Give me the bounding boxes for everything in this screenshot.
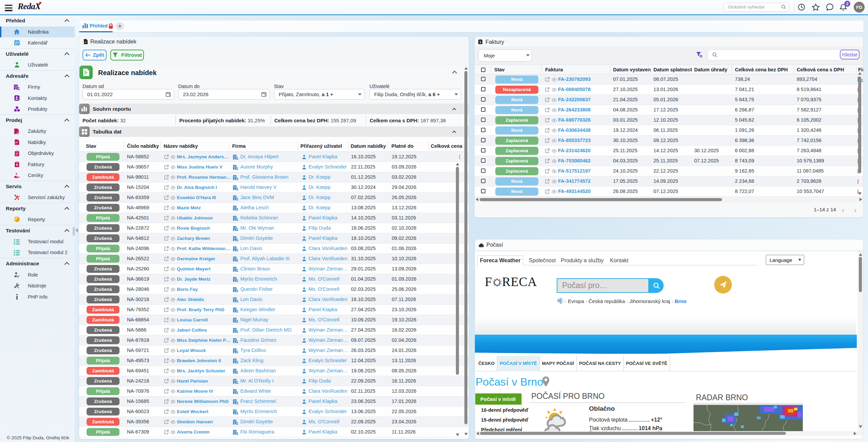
svg-text:$: $ <box>16 163 18 166</box>
svg-text:$: $ <box>16 172 17 175</box>
svg-text:$: $ <box>480 41 481 44</box>
